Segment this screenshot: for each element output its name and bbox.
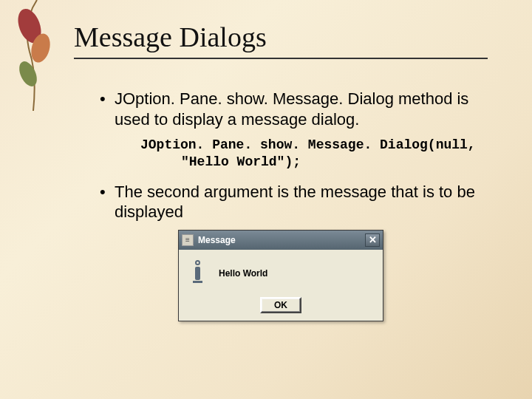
- information-icon: [188, 260, 207, 287]
- dialog-title: Message: [198, 235, 361, 245]
- message-dialog-window: ≡ Message ✕ Hello World OK: [178, 230, 383, 321]
- ok-button[interactable]: OK: [260, 297, 301, 313]
- code-line-1: JOption. Pane. show. Message. Dialog(nul…: [140, 137, 488, 154]
- code-line-2: "Hello World");: [140, 154, 488, 171]
- dialog-close-button[interactable]: ✕: [365, 233, 380, 247]
- dialog-message: Hello World: [219, 268, 267, 279]
- dialog-titlebar[interactable]: ≡ Message ✕: [179, 231, 383, 250]
- java-app-icon: ≡: [182, 234, 194, 246]
- slide-title: Message Dialogs: [74, 21, 488, 59]
- bullet-item-2: The second argument is the message that …: [100, 182, 488, 222]
- code-example: JOption. Pane. show. Message. Dialog(nul…: [140, 137, 488, 171]
- bullet-item-1: JOption. Pane. show. Message. Dialog met…: [100, 89, 488, 129]
